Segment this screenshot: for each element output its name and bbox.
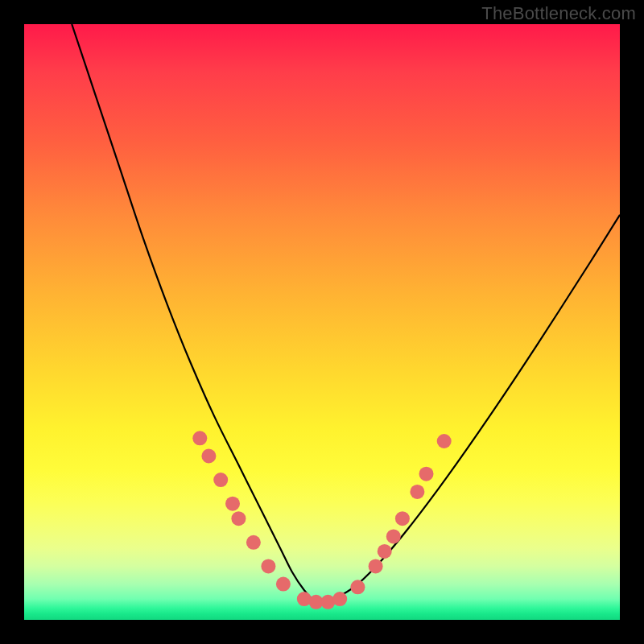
- bottleneck-curve: [72, 24, 620, 603]
- highlight-dot: [192, 431, 207, 445]
- highlight-dot: [246, 535, 261, 550]
- highlight-dot: [350, 580, 365, 594]
- highlight-dot: [386, 529, 401, 543]
- highlight-dot: [213, 473, 228, 487]
- highlight-dot: [369, 559, 383, 573]
- plot-area: [24, 24, 620, 620]
- highlight-dot: [395, 511, 410, 526]
- highlight-dot: [201, 449, 216, 464]
- highlight-dot: [378, 544, 392, 559]
- highlight-dot: [261, 559, 275, 573]
- highlight-dot: [419, 467, 434, 481]
- highlight-dot: [332, 592, 347, 606]
- highlight-dots-group: [192, 431, 451, 609]
- highlight-dot: [231, 511, 246, 526]
- highlight-dot: [410, 485, 424, 499]
- highlight-dot: [225, 497, 240, 511]
- highlight-dot: [437, 434, 452, 448]
- chart-svg: [24, 24, 620, 620]
- chart-frame: TheBottleneck.com: [0, 0, 644, 644]
- highlight-dot: [276, 577, 291, 592]
- watermark-text: TheBottleneck.com: [481, 3, 636, 24]
